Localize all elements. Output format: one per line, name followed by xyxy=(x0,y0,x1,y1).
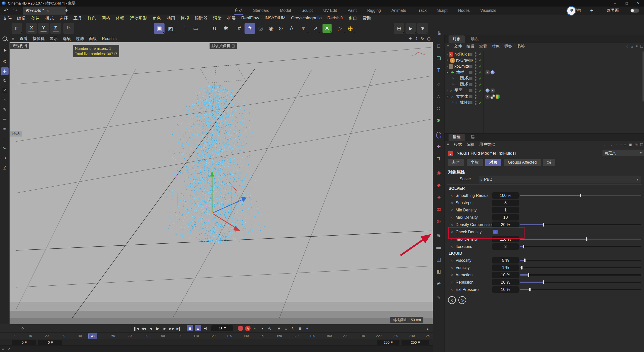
object-row-平面[interactable]: ├◇平面✓⚑ xyxy=(445,87,644,94)
key-diamond-icon[interactable]: ◇ xyxy=(451,273,453,277)
slider-handle[interactable] xyxy=(543,223,544,227)
menu-模拟[interactable]: 模拟 xyxy=(181,15,189,21)
menu-编辑[interactable]: 编辑 xyxy=(17,15,26,21)
object-row-圆环.1[interactable]: └○圆环.1✓ xyxy=(445,75,644,81)
render-region-icon[interactable]: ◎ xyxy=(255,23,266,34)
section-tab-Groups Affected[interactable]: Groups Affected xyxy=(504,159,541,166)
attribute-manager-back-icon[interactable]: ← xyxy=(603,143,607,147)
redo-icon[interactable]: ↷ xyxy=(13,7,18,14)
visibility-dots[interactable] xyxy=(475,52,476,57)
layer-chip[interactable] xyxy=(469,65,472,68)
mograph-cloner-icon[interactable]: ∴ xyxy=(434,92,443,101)
object-manager-search-icon[interactable]: ◌ xyxy=(626,44,628,48)
scale-tool[interactable]: ↗ xyxy=(1,86,9,94)
workplane-mode-icon[interactable]: ▭ xyxy=(190,23,201,34)
value-field[interactable]: 3 xyxy=(492,243,519,250)
object-name[interactable]: 放样 xyxy=(456,70,464,75)
menu-选择[interactable]: 选择 xyxy=(59,15,68,21)
slider-handle[interactable] xyxy=(524,258,526,262)
value-field[interactable]: 5 % xyxy=(492,257,519,263)
workspace-tab-nodes[interactable]: Nodes xyxy=(458,7,470,15)
slider-handle[interactable] xyxy=(529,288,531,291)
menu-样条[interactable]: 样条 xyxy=(88,15,96,21)
object-manager-menu-文件[interactable]: 文件 xyxy=(454,44,462,49)
pointer-icon[interactable]: ▷ xyxy=(335,23,345,34)
polygon-pen-tool[interactable]: ✏ xyxy=(1,116,9,123)
key-diamond-icon[interactable]: ◇ xyxy=(451,266,453,269)
enabled-check-icon[interactable]: ✓ xyxy=(479,76,482,80)
record-parameter-button[interactable]: ▦ xyxy=(297,326,303,331)
tex-tag-icon[interactable] xyxy=(491,70,495,74)
coord-icon[interactable]: ╚ xyxy=(434,30,443,38)
tex-tag-icon[interactable] xyxy=(486,89,490,93)
render-settings-icon[interactable]: ✱ xyxy=(417,23,428,34)
texture-mode-icon[interactable]: ◩ xyxy=(165,23,176,34)
nexus-collider-button[interactable]: ◎ xyxy=(458,296,466,304)
slider-handle[interactable] xyxy=(521,266,522,270)
keyframe-selection-button[interactable]: ○ xyxy=(252,326,258,331)
viewport-menu-Redshift[interactable]: Redshift xyxy=(102,36,117,41)
text-icon[interactable]: T xyxy=(434,66,443,74)
phong-tag-icon[interactable]: ⚑ xyxy=(486,70,490,74)
value-field[interactable]: 20 % xyxy=(492,279,519,285)
menu-Redshift[interactable]: Redshift xyxy=(327,16,343,21)
value-field[interactable]: 1 % xyxy=(492,265,519,271)
object-manager-menu-icon[interactable]: ≡ xyxy=(447,44,449,49)
document-tab[interactable]: 教程.c4d * ✕ xyxy=(23,7,66,15)
keyframe-diamond-button[interactable]: ◇ xyxy=(19,325,26,331)
layer-chip[interactable] xyxy=(469,77,472,80)
attribute-manager-menu-icon[interactable]: ≡ xyxy=(447,142,449,147)
range-start-field-1[interactable]: 0 F xyxy=(38,340,62,345)
workspace-tab-visualize[interactable]: Visualize xyxy=(480,7,497,15)
solver-dropdown[interactable]: ς PBD ▼ xyxy=(478,176,641,183)
attribute-manager-menu-编辑[interactable]: 编辑 xyxy=(466,142,474,147)
object-row-放样[interactable]: -⬬放样✓⚑ xyxy=(445,69,644,75)
visibility-dots[interactable] xyxy=(475,76,476,81)
menu-模式[interactable]: 模式 xyxy=(45,15,54,21)
close-button[interactable]: ✕ xyxy=(632,0,644,7)
object-manager-menu-查看[interactable]: 查看 xyxy=(479,44,487,49)
record-ring-button[interactable]: ◎ xyxy=(267,326,272,331)
slider-handle[interactable] xyxy=(543,280,544,284)
object-row-nxFluids[interactable]: ├ςnxFluids✓ xyxy=(445,51,644,57)
xparticles-icon[interactable]: ✕ xyxy=(323,24,332,33)
viewport-menu-选项[interactable]: 选项 xyxy=(63,36,71,41)
orbit-icon[interactable]: ↻ xyxy=(421,36,424,41)
value-field[interactable]: 10 % xyxy=(492,286,519,293)
enabled-check-icon[interactable]: ✓ xyxy=(479,58,482,62)
section-tab-域[interactable]: 域 xyxy=(543,159,555,166)
workspace-tab-standard[interactable]: Standard xyxy=(253,7,270,15)
render-picture-viewer-icon[interactable]: ▶ xyxy=(406,23,416,34)
document-tab-close-icon[interactable]: ✕ xyxy=(47,9,49,13)
expand-toggle[interactable]: - xyxy=(446,71,449,74)
record-rotation-button[interactable]: ↻ xyxy=(290,326,296,331)
axis-lock-x-button[interactable]: X xyxy=(26,23,37,34)
rs-proxy-icon[interactable]: ▦ xyxy=(434,205,443,213)
knife-tool[interactable]: ✂ xyxy=(1,145,9,152)
goto-end-button[interactable]: ▶▌ xyxy=(176,325,182,331)
export-asset-icon[interactable]: ↗ xyxy=(310,23,320,34)
nexus-solver-button[interactable]: ς xyxy=(448,296,456,304)
workspace-tab-uv-edit[interactable]: UV Edit xyxy=(323,7,337,15)
axis-lock-y-button[interactable]: Y xyxy=(38,23,49,34)
attribute-manager-forward-icon[interactable]: → xyxy=(609,143,613,147)
range-end-field-1[interactable]: 250 F xyxy=(401,340,429,345)
viewport-menu-摄像机[interactable]: 摄像机 xyxy=(32,36,45,41)
attribute-manager-float-icon[interactable]: ❐ xyxy=(640,143,643,147)
mograph-matrix-icon[interactable]: ∷ xyxy=(434,104,443,113)
expand-toggle[interactable]: + xyxy=(446,59,449,62)
camera-label[interactable]: 默认摄像机 ◫ xyxy=(210,43,237,49)
quantize-settings-icon[interactable]: # xyxy=(245,23,255,34)
loop-mode-button[interactable]: ▦ xyxy=(187,325,193,331)
live-select-tool[interactable]: ⊙ xyxy=(1,58,9,65)
menu-创建[interactable]: 创建 xyxy=(31,15,40,21)
pen-tool[interactable]: ✎ xyxy=(1,106,9,113)
workspace-tab-track[interactable]: Track xyxy=(416,7,427,15)
redshift-workspace-logo[interactable]: shift Ψ xyxy=(567,6,576,15)
attribute-manager-tab-属性[interactable]: 属性 xyxy=(449,134,465,141)
workspace-tab-animate[interactable]: Animate xyxy=(391,7,407,15)
current-frame-marker[interactable]: 48 xyxy=(88,333,97,339)
menu-跟踪器[interactable]: 跟踪器 xyxy=(195,15,208,21)
object-manager-menu-标签[interactable]: 标签 xyxy=(504,44,512,49)
slider-track[interactable] xyxy=(520,246,641,247)
